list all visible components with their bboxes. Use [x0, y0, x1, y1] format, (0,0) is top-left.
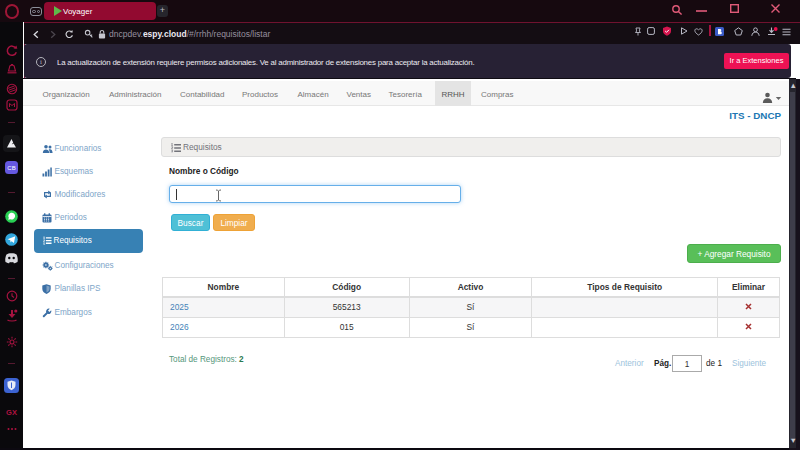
svg-text:GX: GX	[6, 408, 17, 417]
svg-text:CB: CB	[7, 165, 15, 171]
